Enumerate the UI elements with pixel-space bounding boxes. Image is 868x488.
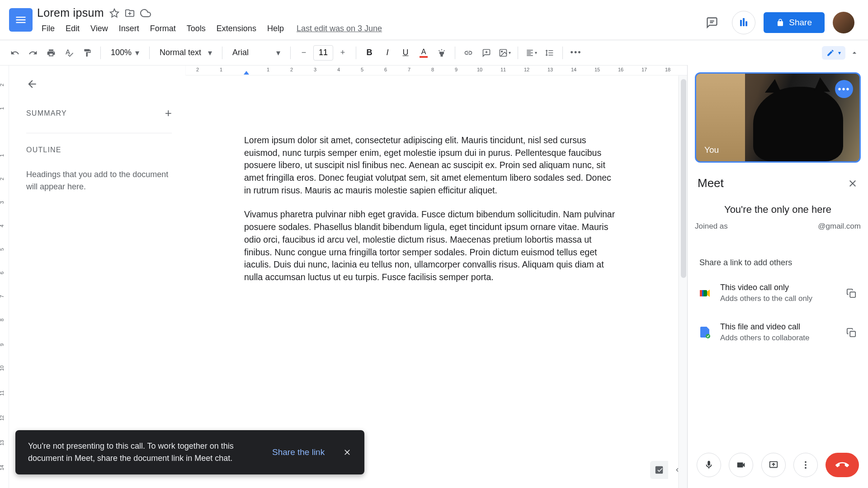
docs-logo[interactable] [9, 8, 33, 32]
toast-action-link[interactable]: Share the link [272, 447, 325, 457]
font-select[interactable]: Arial ▾ [227, 44, 286, 61]
copy-link-button[interactable] [846, 328, 856, 338]
text-color-button[interactable]: A [415, 44, 432, 61]
share-button[interactable]: Share [764, 12, 825, 33]
user-avatar[interactable] [833, 12, 854, 33]
more-options-button[interactable] [793, 453, 818, 477]
insert-image-button[interactable]: ▾ [496, 44, 513, 61]
menu-help[interactable]: Help [263, 22, 288, 35]
move-folder-icon[interactable] [125, 8, 135, 18]
svg-rect-2 [740, 20, 742, 26]
svg-rect-15 [850, 331, 855, 337]
share-option-title: This video call only [720, 283, 837, 292]
redo-button[interactable] [24, 44, 42, 61]
toast-text: You're not presenting to this call. To w… [28, 440, 254, 465]
italic-button[interactable]: I [379, 44, 396, 61]
font-size-decrease[interactable]: − [295, 44, 312, 61]
joined-as-email: @gmail.com [818, 222, 861, 231]
svg-marker-12 [700, 290, 702, 296]
vertical-ruler: 2 1 1 2 3 4 5 6 7 8 9 10 11 12 13 14 [0, 66, 9, 488]
star-icon[interactable] [109, 8, 119, 18]
outline-label: OUTLINE [26, 146, 61, 154]
last-edit-link[interactable]: Last edit was on 3 June [297, 24, 382, 33]
svg-point-18 [805, 464, 807, 466]
add-summary-button[interactable]: + [165, 106, 172, 120]
horizontal-ruler: 2 1 1 2 3 4 5 6 7 8 9 10 11 12 13 14 15 … [186, 66, 687, 75]
underline-button[interactable]: U [397, 44, 414, 61]
line-spacing-button[interactable] [541, 44, 558, 61]
print-button[interactable] [42, 44, 60, 61]
document-page[interactable]: Lorem ipsum dolor sit amet, consectetur … [185, 75, 678, 488]
share-option-file-and-call[interactable]: This file and video call Adds others to … [695, 318, 861, 347]
comments-icon[interactable] [700, 11, 724, 34]
collapse-toolbar-button[interactable] [847, 46, 862, 60]
share-section-title: Share a link to add others [695, 258, 861, 267]
paint-format-button[interactable] [79, 44, 96, 61]
cloud-status-icon[interactable] [140, 8, 151, 19]
style-select[interactable]: Normal text ▾ [154, 44, 217, 61]
insert-link-button[interactable] [460, 44, 477, 61]
video-label: You [704, 145, 719, 155]
spellcheck-button[interactable] [61, 44, 78, 61]
meet-close-button[interactable] [847, 178, 858, 189]
docs-share-icon [699, 327, 711, 338]
align-button[interactable]: ▾ [523, 44, 540, 61]
self-video-tile[interactable]: You ••• [695, 72, 861, 163]
menu-insert[interactable]: Insert [114, 22, 144, 35]
meet-title: Meet [698, 176, 724, 190]
outline-panel: SUMMARY + OUTLINE Headings that you add … [9, 66, 185, 488]
document-title[interactable]: Lorem ipsum [37, 6, 104, 19]
outline-back-button[interactable] [26, 78, 172, 90]
bold-button[interactable]: B [361, 44, 378, 61]
share-option-call-only[interactable]: This video call only Adds others to the … [695, 278, 861, 308]
share-option-title: This file and video call [720, 322, 837, 332]
side-panel-toggle[interactable] [671, 461, 684, 479]
share-button-label: Share [789, 18, 812, 28]
undo-button[interactable] [6, 44, 24, 61]
more-toolbar-button[interactable]: ••• [567, 44, 585, 61]
scrollbar-vertical[interactable] [681, 79, 686, 278]
menu-file[interactable]: File [37, 22, 59, 35]
outline-hint: Headings that you add to the document wi… [26, 169, 172, 193]
paragraph[interactable]: Vivamus pharetra pulvinar nibh eget grav… [244, 208, 619, 283]
font-size-increase[interactable]: + [334, 44, 351, 61]
toast-close-button[interactable] [343, 448, 352, 457]
insert-comment-button[interactable] [478, 44, 495, 61]
menu-edit[interactable]: Edit [61, 22, 84, 35]
video-more-button[interactable]: ••• [835, 80, 853, 98]
meet-toggle-icon[interactable] [732, 11, 755, 34]
svg-point-19 [805, 467, 807, 469]
camera-button[interactable] [729, 453, 753, 477]
font-size-input[interactable] [313, 45, 333, 61]
toolbar: 100% ▾ Normal text ▾ Arial ▾ − + B I U A… [0, 40, 868, 65]
svg-point-17 [805, 461, 807, 463]
copy-link-button[interactable] [846, 288, 856, 298]
menu-tools[interactable]: Tools [182, 22, 210, 35]
svg-marker-11 [707, 290, 710, 297]
share-option-subtitle: Adds others to collaborate [720, 333, 837, 343]
font-value: Arial [232, 48, 249, 57]
svg-rect-3 [743, 18, 745, 26]
meet-panel: You ••• Meet You're the only one here Jo… [687, 65, 868, 488]
menu-format[interactable]: Format [146, 22, 180, 35]
only-one-here: You're the only one here [695, 204, 861, 216]
menu-extensions[interactable]: Extensions [212, 22, 261, 35]
editing-mode-button[interactable]: ▾ [822, 46, 845, 60]
highlight-button[interactable] [433, 44, 450, 61]
zoom-select[interactable]: 100% ▾ [105, 44, 145, 61]
toast-notification: You're not presenting to this call. To w… [15, 430, 364, 474]
explore-button[interactable] [650, 461, 668, 479]
paragraph[interactable]: Lorem ipsum dolor sit amet, consectetur … [244, 134, 619, 197]
present-button[interactable] [761, 453, 786, 477]
svg-rect-4 [745, 21, 747, 26]
joined-as-label: Joined as [695, 222, 728, 231]
zoom-value: 100% [111, 48, 132, 57]
svg-rect-13 [850, 292, 855, 297]
mic-button[interactable] [697, 453, 721, 477]
style-value: Normal text [160, 48, 201, 57]
hangup-button[interactable] [826, 453, 859, 477]
summary-label: SUMMARY [26, 109, 67, 117]
menu-view[interactable]: View [86, 22, 113, 35]
share-option-subtitle: Adds others to the call only [720, 294, 837, 303]
svg-point-8 [501, 51, 502, 52]
